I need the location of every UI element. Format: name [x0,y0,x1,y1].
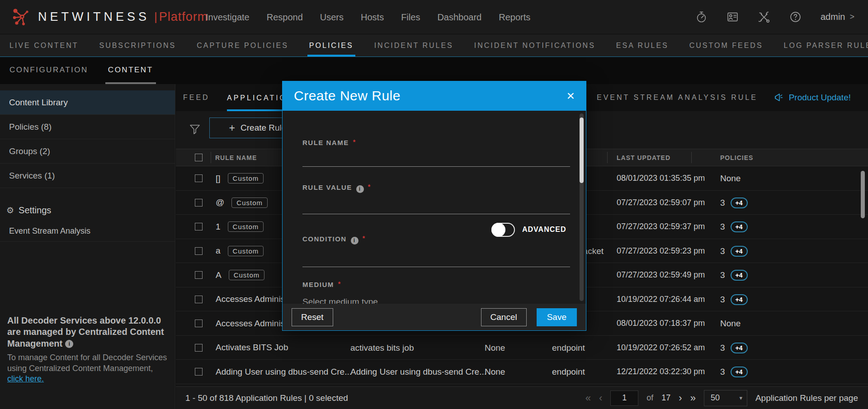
nav2-item-incident-notifications[interactable]: INCIDENT NOTIFICATIONS [474,34,595,56]
policies-more-badge[interactable]: +4 [731,343,748,353]
nav-item-investigate[interactable]: Investigate [206,12,250,23]
tab-event-stream-analysis-rule[interactable]: EVENT STREAM ANALYSIS RULE [597,84,758,111]
rule-name-cell: 1Custom [216,215,264,239]
row-checkbox[interactable] [195,174,203,182]
product-update-link[interactable]: Product Update! [774,84,851,111]
column-rule-name[interactable]: RULE NAME [215,149,257,166]
nav-item-reports[interactable]: Reports [499,12,530,23]
nav2-item-incident-rules[interactable]: INCIDENT RULES [374,34,453,56]
rule-name-cell: []Custom [216,166,264,190]
first-page-button[interactable]: « [585,393,591,403]
top-icons: admin > [695,11,868,24]
nav2-item-policies[interactable]: POLICIES [309,34,354,56]
row-checkbox[interactable] [195,247,203,255]
save-button[interactable]: Save [537,308,577,326]
nav2-item-capture-policies[interactable]: CAPTURE POLICIES [197,34,288,56]
nav2-item-subscriptions[interactable]: SUBSCRIPTIONS [99,34,176,56]
nav2-item-live-content[interactable]: LIVE CONTENT [9,34,78,56]
nav-item-dashboard[interactable]: Dashboard [437,12,481,23]
nav3-item-configuration[interactable]: CONFIGURATION [9,57,88,84]
column-last-updated[interactable]: LAST UPDATED [617,149,670,166]
table-scrollbar[interactable] [861,171,865,218]
tab-feed[interactable]: FEED [183,84,210,111]
admin-nav: LIVE CONTENTSUBSCRIPTIONSCAPTURE POLICIE… [0,34,868,57]
nav-item-files[interactable]: Files [401,12,420,23]
last-updated-cell: 07/27/2023 02:59:37 pm [617,215,705,239]
notice-title: All Decoder Services above 12.0.0.0 are … [7,315,168,349]
column-policies[interactable]: POLICIES [720,149,753,166]
policies-cell: 3+4 [720,191,748,215]
timer-icon[interactable] [695,11,708,23]
user-menu[interactable]: admin > [821,12,854,22]
row-checkbox[interactable] [195,223,203,230]
sidebar-item-event-stream-analysis[interactable]: Event Stream Analysis [0,221,175,242]
modal-scrollbar-thumb[interactable] [580,118,584,183]
help-icon[interactable] [789,11,802,23]
row-checkbox[interactable] [195,320,203,327]
policies-more-badge[interactable]: +4 [731,197,748,208]
sidebar-item-groups[interactable]: Groups (2) [0,139,175,164]
policies-more-badge[interactable]: +4 [731,367,748,377]
sidebar-item-policies[interactable]: Policies (8) [0,115,175,139]
row-checkbox[interactable] [195,199,203,207]
nav-item-hosts[interactable]: Hosts [361,12,384,23]
policies-more-badge[interactable]: +4 [731,270,748,281]
policies-more-badge[interactable]: +4 [731,294,748,305]
cancel-button[interactable]: Cancel [481,308,527,326]
rule-name-cell: aCustom [216,239,264,263]
info-icon[interactable]: i [356,185,364,193]
nav-item-users[interactable]: Users [320,12,344,23]
sidebar-item-services[interactable]: Services (1) [0,164,175,188]
of-label: of [646,393,653,403]
row-checkbox[interactable] [195,271,203,279]
nav2-item-esa-rules[interactable]: ESA RULES [616,34,669,56]
sidebar-item-content[interactable]: Content Library [0,90,175,115]
row-checkbox[interactable] [195,368,203,376]
plus-icon: + [229,122,235,134]
required-asterisk: * [363,235,366,242]
page-number-input[interactable] [610,390,638,406]
rule-name-cell: Accesses Administ [216,311,287,335]
sidebar-settings[interactable]: ⚙ Settings [0,201,175,221]
rule-name-cell: @Custom [216,191,268,215]
policies-more-badge[interactable]: +4 [731,246,748,257]
netwitness-logo-icon[interactable] [12,7,32,27]
rule-value-cell: activates bits job [350,336,414,360]
rule-name-text: [] [216,174,221,183]
filter-icon[interactable] [189,123,201,136]
row-checkbox[interactable] [195,344,203,352]
medium-select-placeholder[interactable]: Select medium type [302,297,378,304]
table-row: Adding User using dbus-send Cre...Adding… [176,360,868,384]
create-rule-label: Create Rule [241,123,286,133]
toggle-knob [491,223,505,237]
nav2-item-custom-feeds[interactable]: CUSTOM FEEDS [689,34,763,56]
info-icon[interactable]: i [65,340,73,348]
policies-more-badge[interactable]: +4 [731,221,748,232]
row-checkbox[interactable] [195,296,203,303]
jobs-icon[interactable] [726,11,739,23]
last-updated-cell: 07/27/2023 02:59:49 pm [617,263,705,287]
last-page-button[interactable]: » [690,393,696,403]
prev-page-button[interactable]: ‹ [599,393,602,403]
info-icon[interactable]: i [351,237,359,244]
nav2-item-log-parser-rules[interactable]: LOG PARSER RULES [784,34,868,56]
page-size-select[interactable]: 50 ▾ [704,390,747,406]
nav-item-respond[interactable]: Respond [267,12,303,23]
nav3-item-content[interactable]: CONTENT [108,57,153,84]
rule-value-input[interactable] [302,201,570,214]
brand-product: Platform [159,10,208,24]
close-icon[interactable]: × [566,89,575,103]
next-page-button[interactable]: › [679,393,682,403]
reset-button[interactable]: Reset [292,308,333,326]
rule-name-input[interactable] [302,153,570,167]
advanced-toggle[interactable] [491,223,515,237]
table-row: Activates BITS Jobactivates bits jobNone… [176,336,868,360]
condition-input[interactable] [302,254,570,267]
rule-name-text: 1 [216,222,221,232]
select-all-checkbox[interactable] [195,154,203,161]
rule-name-text: A [216,270,222,280]
required-asterisk: * [338,280,341,287]
custom-badge: Custom [228,221,264,232]
click-here-link[interactable]: click here. [7,374,44,383]
tools-icon[interactable] [758,11,770,24]
